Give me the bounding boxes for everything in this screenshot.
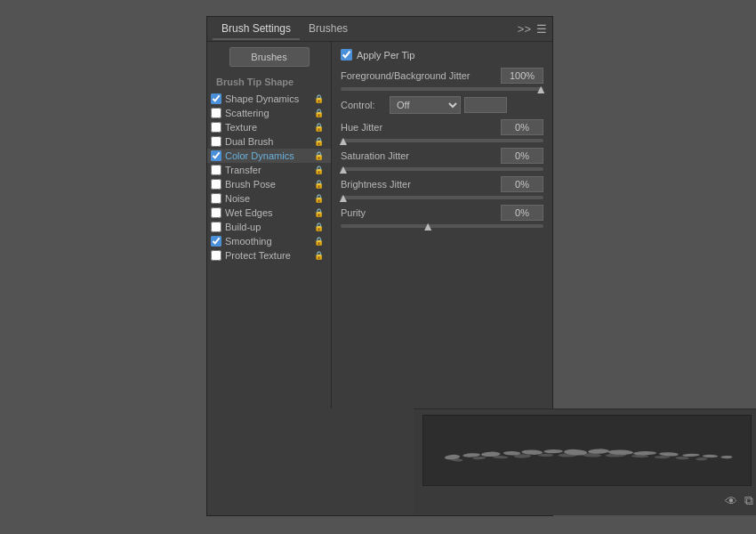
brush-tip-shape-label: Brush Tip Shape (207, 74, 331, 90)
lock-icon-scattering: 🔒 (314, 109, 324, 117)
label-scattering: Scattering (225, 108, 314, 118)
hue-jitter-row: Hue Jitter (341, 119, 543, 135)
list-item-build-up[interactable]: Build-up 🔒 (207, 220, 331, 234)
label-texture: Texture (225, 122, 314, 133)
foreground-jitter-label: Foreground/Background Jitter (341, 70, 501, 81)
foreground-jitter-row: Foreground/Background Jitter (341, 68, 543, 84)
purity-thumb[interactable]: ▲ (422, 220, 434, 232)
checkbox-build-up[interactable] (211, 222, 221, 232)
lock-icon-smoothing: 🔒 (314, 237, 324, 246)
list-item-texture[interactable]: Texture 🔒 (207, 120, 331, 134)
checkbox-protect-texture[interactable] (211, 250, 221, 261)
svg-point-18 (538, 454, 553, 457)
checkbox-brush-pose[interactable] (211, 179, 221, 190)
forward-icon[interactable]: >> (518, 22, 531, 36)
checkbox-dual-brush[interactable] (211, 136, 221, 147)
brightness-jitter-thumb[interactable]: ▲ (337, 191, 350, 204)
saturation-jitter-row: Saturation Jitter (341, 148, 543, 164)
brightness-jitter-input[interactable] (501, 176, 543, 192)
foreground-jitter-slider[interactable]: ▲ (341, 87, 543, 91)
apply-per-tip-row: Apply Per Tip (341, 49, 543, 61)
control-label: Control: (341, 100, 390, 110)
svg-point-19 (558, 453, 577, 457)
list-item-color-dynamics[interactable]: Color Dynamics 🔒 (207, 149, 331, 163)
checkbox-color-dynamics[interactable] (211, 150, 221, 161)
label-noise: Noise (225, 193, 314, 204)
lock-icon-wet-edges: 🔒 (314, 208, 324, 217)
lock-icon-color-dynamics: 🔒 (314, 151, 324, 160)
lock-icon-build-up: 🔒 (314, 222, 324, 231)
preview-toolbar: 👁 ⧉ (414, 491, 756, 510)
panel-body: Brushes Brush Tip Shape Shape Dynamics 🔒… (207, 42, 552, 409)
checkbox-texture[interactable] (211, 122, 221, 133)
tab-brushes[interactable]: Brushes (300, 19, 357, 40)
checkbox-apply-per-tip[interactable] (341, 49, 352, 61)
tab-extras: >> ☰ (518, 22, 547, 36)
checkbox-noise[interactable] (211, 193, 221, 204)
hue-jitter-input[interactable] (501, 119, 543, 135)
list-item-wet-edges[interactable]: Wet Edges 🔒 (207, 206, 331, 220)
svg-point-11 (682, 453, 700, 457)
svg-point-13 (720, 456, 732, 458)
list-item-brush-pose[interactable]: Brush Pose 🔒 (207, 177, 331, 191)
svg-point-12 (703, 455, 718, 458)
hue-jitter-thumb[interactable]: ▲ (337, 134, 350, 147)
saturation-jitter-input[interactable] (501, 148, 543, 164)
menu-icon[interactable]: ☰ (536, 22, 547, 36)
lock-icon-dual-brush: 🔒 (314, 137, 324, 146)
control-dropdown-row: Control: Off Fade Pen Pressure Pen Tilt (341, 96, 543, 114)
brushes-button[interactable]: Brushes (229, 47, 310, 67)
label-brush-pose: Brush Pose (225, 179, 314, 190)
checkbox-smoothing[interactable] (211, 236, 221, 247)
tab-brush-settings[interactable]: Brush Settings (213, 19, 300, 40)
bottom-preview: 👁 ⧉ (414, 409, 756, 515)
lock-icon-protect-texture: 🔒 (314, 251, 324, 260)
saturation-jitter-slider[interactable]: ▲ (341, 167, 543, 171)
label-shape-dynamics: Shape Dynamics (225, 93, 314, 104)
control-value-input[interactable] (464, 97, 507, 113)
list-item-shape-dynamics[interactable]: Shape Dynamics 🔒 (207, 92, 331, 106)
lock-icon-texture: 🔒 (314, 123, 324, 132)
svg-point-16 (493, 456, 508, 459)
checkbox-scattering[interactable] (211, 108, 221, 118)
svg-point-23 (655, 456, 670, 459)
label-protect-texture: Protect Texture (225, 250, 314, 261)
new-page-icon[interactable]: ⧉ (744, 493, 753, 508)
svg-point-21 (605, 453, 626, 457)
list-item-scattering[interactable]: Scattering 🔒 (207, 106, 331, 120)
checkbox-transfer[interactable] (211, 165, 221, 175)
list-item-smoothing[interactable]: Smoothing 🔒 (207, 234, 331, 248)
label-color-dynamics: Color Dynamics (225, 150, 314, 161)
foreground-jitter-thumb[interactable]: ▲ (535, 83, 547, 95)
svg-point-25 (696, 457, 707, 461)
purity-slider[interactable]: ▲ (341, 224, 543, 228)
apply-per-tip-label: Apply Per Tip (357, 50, 414, 61)
list-item-protect-texture[interactable]: Protect Texture 🔒 (207, 248, 331, 263)
purity-input[interactable] (501, 205, 543, 221)
svg-point-24 (676, 457, 689, 460)
lock-icon-shape-dynamics: 🔒 (314, 94, 324, 103)
hue-jitter-label: Hue Jitter (341, 122, 501, 133)
list-item-transfer[interactable]: Transfer 🔒 (207, 163, 331, 177)
label-smoothing: Smoothing (225, 236, 314, 247)
right-panel: Apply Per Tip Foreground/Background Jitt… (332, 42, 552, 409)
brightness-jitter-slider[interactable]: ▲ (341, 196, 543, 199)
list-item-noise[interactable]: Noise 🔒 (207, 191, 331, 206)
brush-preview-canvas (422, 415, 752, 486)
control-select[interactable]: Off Fade Pen Pressure Pen Tilt (390, 96, 461, 114)
saturation-jitter-thumb[interactable]: ▲ (337, 163, 350, 175)
label-dual-brush: Dual Brush (225, 136, 314, 147)
list-item-dual-brush[interactable]: Dual Brush 🔒 (207, 134, 331, 149)
label-build-up: Build-up (225, 222, 314, 232)
svg-point-5 (543, 449, 563, 454)
checkbox-shape-dynamics[interactable] (211, 93, 221, 104)
left-panel: Brushes Brush Tip Shape Shape Dynamics 🔒… (207, 42, 332, 409)
eye-icon[interactable]: 👁 (725, 494, 737, 508)
lock-icon-transfer: 🔒 (314, 166, 324, 174)
brush-stroke-svg (423, 416, 751, 485)
label-transfer: Transfer (225, 165, 314, 175)
hue-jitter-slider[interactable]: ▲ (341, 139, 543, 142)
checkbox-wet-edges[interactable] (211, 207, 221, 218)
svg-point-9 (633, 451, 656, 456)
lock-icon-brush-pose: 🔒 (314, 180, 324, 189)
